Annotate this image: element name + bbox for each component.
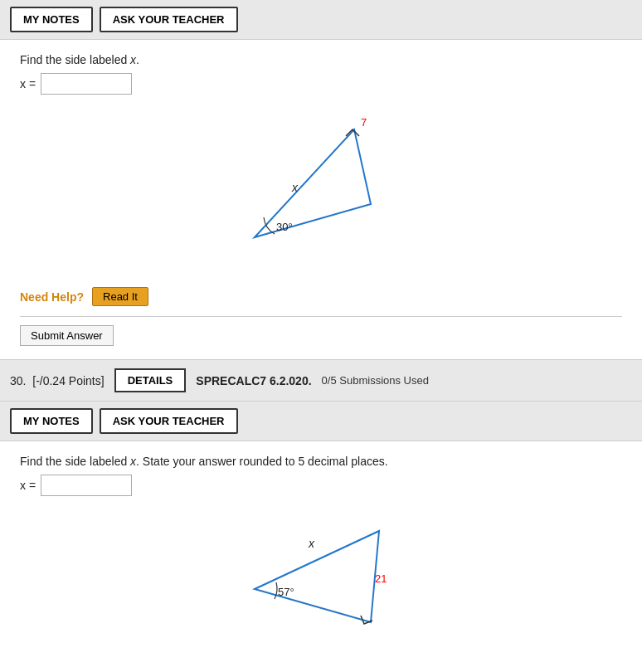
problem2-ask-teacher-button[interactable]: ASK YOUR TEACHER [100, 408, 238, 434]
problem2-content: Find the side labeled x. State your answ… [0, 441, 642, 672]
problem1-content: Find the side labeled x. x = 7 x 30° Nee… [0, 40, 642, 359]
submissions-label: 0/5 Submissions Used [322, 374, 429, 387]
ask-teacher-button[interactable]: ASK YOUR TEACHER [100, 7, 238, 32]
problem1-input-row: x = [20, 73, 622, 95]
problem2-x-label: x = [20, 479, 36, 492]
read-it-button[interactable]: Read It [92, 287, 148, 306]
svg-text:x: x [308, 537, 315, 550]
problem2-input-row: x = [20, 475, 622, 496]
problem2-header: 30. [-/0.24 Points] DETAILS SPRECALC7 6.… [0, 359, 642, 402]
svg-text:21: 21 [375, 572, 387, 585]
problem2-code: SPRECALC7 6.2.020. [196, 374, 311, 387]
svg-text:7: 7 [361, 116, 367, 129]
submit-button[interactable]: Submit Answer [20, 325, 114, 346]
problem1-answer-input[interactable] [41, 73, 132, 95]
problem2-tab-bar: MY NOTES ASK YOUR TEACHER [0, 402, 642, 441]
top-bar: MY NOTES ASK YOUR TEACHER [0, 0, 642, 40]
problem1-diagram: 7 x 30° [20, 105, 622, 270]
svg-text:x: x [291, 181, 299, 194]
problem2-instruction: Find the side labeled x. State your answ… [20, 455, 622, 468]
problem2-my-notes-button[interactable]: MY NOTES [10, 408, 93, 434]
my-notes-button[interactable]: MY NOTES [10, 7, 93, 32]
svg-marker-4 [255, 531, 379, 622]
details-button[interactable]: DETAILS [114, 368, 187, 392]
problem1-instruction: Find the side labeled x. [20, 53, 622, 66]
need-help-label: Need Help? [20, 290, 84, 304]
problem1-x-label: x = [20, 77, 36, 90]
problem2-number: 30. [-/0.24 Points] [10, 374, 105, 387]
submit-row: Submit Answer [20, 325, 622, 346]
svg-text:30°: 30° [276, 221, 293, 233]
svg-marker-0 [255, 129, 371, 237]
problem2-diagram: x 57° 21 [20, 506, 622, 655]
problem2-answer-input[interactable] [41, 475, 132, 496]
svg-text:57°: 57° [278, 586, 294, 598]
divider1 [20, 316, 622, 317]
need-help-row: Need Help? Read It [20, 287, 622, 306]
